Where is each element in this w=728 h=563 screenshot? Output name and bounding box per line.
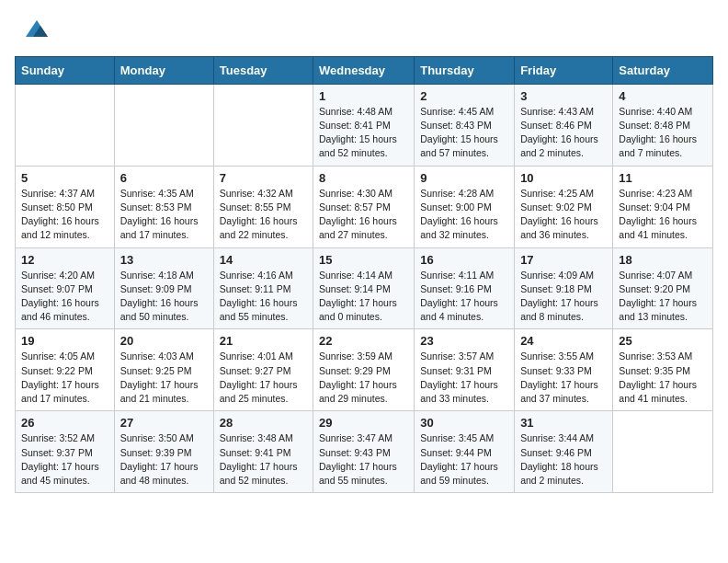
weekday-header-tuesday: Tuesday	[213, 56, 313, 84]
cell-info: Sunrise: 4:18 AM Sunset: 9:09 PM Dayligh…	[120, 269, 208, 325]
day-number: 13	[120, 253, 208, 267]
calendar-cell: 16Sunrise: 4:11 AM Sunset: 9:16 PM Dayli…	[415, 247, 515, 329]
calendar-cell: 15Sunrise: 4:14 AM Sunset: 9:14 PM Dayli…	[313, 247, 415, 329]
day-number: 14	[220, 253, 307, 267]
cell-info: Sunrise: 3:50 AM Sunset: 9:39 PM Dayligh…	[120, 431, 208, 488]
cell-info: Sunrise: 3:57 AM Sunset: 9:31 PM Dayligh…	[420, 350, 508, 406]
day-number: 5	[21, 171, 108, 185]
calendar-cell: 13Sunrise: 4:18 AM Sunset: 9:09 PM Dayli…	[114, 247, 213, 329]
cell-info: Sunrise: 4:11 AM Sunset: 9:16 PM Dayligh…	[420, 269, 508, 325]
cell-info: Sunrise: 3:53 AM Sunset: 9:35 PM Dayligh…	[619, 350, 707, 406]
day-number: 29	[319, 416, 408, 430]
calendar-container: SundayMondayTuesdayWednesdayThursdayFrid…	[0, 56, 728, 508]
weekday-header-sunday: Sunday	[16, 56, 115, 84]
day-number: 31	[520, 416, 607, 430]
cell-info: Sunrise: 4:07 AM Sunset: 9:20 PM Dayligh…	[619, 269, 707, 325]
day-number: 28	[220, 416, 307, 430]
calendar-cell: 4Sunrise: 4:40 AM Sunset: 8:48 PM Daylig…	[613, 84, 713, 166]
cell-info: Sunrise: 3:48 AM Sunset: 9:41 PM Dayligh…	[220, 431, 307, 488]
day-number: 6	[120, 171, 208, 185]
calendar-cell: 21Sunrise: 4:01 AM Sunset: 9:27 PM Dayli…	[213, 329, 313, 411]
calendar-body: 1Sunrise: 4:48 AM Sunset: 8:41 PM Daylig…	[16, 84, 713, 492]
week-row-1: 5Sunrise: 4:37 AM Sunset: 8:50 PM Daylig…	[16, 166, 713, 247]
day-number: 11	[619, 171, 707, 185]
day-number: 8	[319, 171, 408, 185]
day-number: 26	[21, 416, 108, 430]
day-number: 24	[520, 334, 607, 348]
day-number: 22	[319, 334, 408, 348]
calendar-cell: 17Sunrise: 4:09 AM Sunset: 9:18 PM Dayli…	[515, 247, 613, 329]
cell-info: Sunrise: 4:45 AM Sunset: 8:43 PM Dayligh…	[420, 105, 508, 161]
page-header	[0, 0, 728, 56]
day-number: 18	[619, 253, 707, 267]
day-number: 23	[420, 334, 508, 348]
calendar-cell	[114, 84, 213, 166]
calendar-cell	[613, 411, 713, 493]
cell-info: Sunrise: 4:14 AM Sunset: 9:14 PM Dayligh…	[319, 269, 408, 325]
cell-info: Sunrise: 4:37 AM Sunset: 8:50 PM Dayligh…	[21, 187, 108, 243]
calendar-cell: 12Sunrise: 4:20 AM Sunset: 9:07 PM Dayli…	[16, 247, 115, 329]
day-number: 27	[120, 416, 208, 430]
cell-info: Sunrise: 3:55 AM Sunset: 9:33 PM Dayligh…	[520, 350, 607, 406]
calendar-cell	[16, 84, 115, 166]
day-number: 4	[619, 89, 707, 103]
week-row-0: 1Sunrise: 4:48 AM Sunset: 8:41 PM Daylig…	[16, 84, 713, 166]
cell-info: Sunrise: 4:05 AM Sunset: 9:22 PM Dayligh…	[21, 350, 108, 406]
cell-info: Sunrise: 4:25 AM Sunset: 9:02 PM Dayligh…	[520, 187, 607, 243]
day-number: 25	[619, 334, 707, 348]
calendar-cell: 3Sunrise: 4:43 AM Sunset: 8:46 PM Daylig…	[515, 84, 613, 166]
day-number: 3	[520, 89, 607, 103]
cell-info: Sunrise: 3:52 AM Sunset: 9:37 PM Dayligh…	[21, 431, 108, 488]
day-number: 17	[520, 253, 607, 267]
calendar-cell: 20Sunrise: 4:03 AM Sunset: 9:25 PM Dayli…	[114, 329, 213, 411]
calendar-cell: 6Sunrise: 4:35 AM Sunset: 8:53 PM Daylig…	[114, 166, 213, 247]
cell-info: Sunrise: 4:03 AM Sunset: 9:25 PM Dayligh…	[120, 350, 208, 406]
logo	[22, 17, 50, 47]
calendar-cell: 30Sunrise: 3:45 AM Sunset: 9:44 PM Dayli…	[415, 411, 515, 493]
calendar-cell: 18Sunrise: 4:07 AM Sunset: 9:20 PM Dayli…	[613, 247, 713, 329]
weekday-header-saturday: Saturday	[613, 56, 713, 84]
calendar-cell: 7Sunrise: 4:32 AM Sunset: 8:55 PM Daylig…	[213, 166, 313, 247]
calendar-cell: 27Sunrise: 3:50 AM Sunset: 9:39 PM Dayli…	[114, 411, 213, 493]
cell-info: Sunrise: 4:28 AM Sunset: 9:00 PM Dayligh…	[420, 187, 508, 243]
cell-info: Sunrise: 4:23 AM Sunset: 9:04 PM Dayligh…	[619, 187, 707, 243]
cell-info: Sunrise: 4:40 AM Sunset: 8:48 PM Dayligh…	[619, 105, 707, 161]
calendar-cell: 1Sunrise: 4:48 AM Sunset: 8:41 PM Daylig…	[313, 84, 415, 166]
day-number: 30	[420, 416, 508, 430]
calendar-cell: 29Sunrise: 3:47 AM Sunset: 9:43 PM Dayli…	[313, 411, 415, 493]
calendar-cell: 5Sunrise: 4:37 AM Sunset: 8:50 PM Daylig…	[16, 166, 115, 247]
calendar-cell: 23Sunrise: 3:57 AM Sunset: 9:31 PM Dayli…	[415, 329, 515, 411]
day-number: 15	[319, 253, 408, 267]
calendar-cell: 2Sunrise: 4:45 AM Sunset: 8:43 PM Daylig…	[415, 84, 515, 166]
calendar-cell: 31Sunrise: 3:44 AM Sunset: 9:46 PM Dayli…	[515, 411, 613, 493]
day-number: 20	[120, 334, 208, 348]
calendar-cell: 8Sunrise: 4:30 AM Sunset: 8:57 PM Daylig…	[313, 166, 415, 247]
cell-info: Sunrise: 4:16 AM Sunset: 9:11 PM Dayligh…	[220, 269, 307, 325]
calendar-cell: 24Sunrise: 3:55 AM Sunset: 9:33 PM Dayli…	[515, 329, 613, 411]
calendar-cell: 25Sunrise: 3:53 AM Sunset: 9:35 PM Dayli…	[613, 329, 713, 411]
cell-info: Sunrise: 4:30 AM Sunset: 8:57 PM Dayligh…	[319, 187, 408, 243]
cell-info: Sunrise: 4:48 AM Sunset: 8:41 PM Dayligh…	[319, 105, 408, 161]
day-number: 21	[220, 334, 307, 348]
calendar-cell: 11Sunrise: 4:23 AM Sunset: 9:04 PM Dayli…	[613, 166, 713, 247]
cell-info: Sunrise: 4:09 AM Sunset: 9:18 PM Dayligh…	[520, 269, 607, 325]
calendar-cell: 19Sunrise: 4:05 AM Sunset: 9:22 PM Dayli…	[16, 329, 115, 411]
week-row-2: 12Sunrise: 4:20 AM Sunset: 9:07 PM Dayli…	[16, 247, 713, 329]
cell-info: Sunrise: 4:20 AM Sunset: 9:07 PM Dayligh…	[21, 269, 108, 325]
calendar-table: SundayMondayTuesdayWednesdayThursdayFrid…	[15, 56, 713, 493]
cell-info: Sunrise: 3:45 AM Sunset: 9:44 PM Dayligh…	[420, 431, 508, 488]
cell-info: Sunrise: 4:32 AM Sunset: 8:55 PM Dayligh…	[220, 187, 307, 243]
day-number: 16	[420, 253, 508, 267]
weekday-header-monday: Monday	[114, 56, 213, 84]
calendar-cell: 28Sunrise: 3:48 AM Sunset: 9:41 PM Dayli…	[213, 411, 313, 493]
week-row-3: 19Sunrise: 4:05 AM Sunset: 9:22 PM Dayli…	[16, 329, 713, 411]
cell-info: Sunrise: 3:47 AM Sunset: 9:43 PM Dayligh…	[319, 431, 408, 488]
cell-info: Sunrise: 3:59 AM Sunset: 9:29 PM Dayligh…	[319, 350, 408, 406]
day-number: 1	[319, 89, 408, 103]
calendar-cell: 10Sunrise: 4:25 AM Sunset: 9:02 PM Dayli…	[515, 166, 613, 247]
calendar-cell: 22Sunrise: 3:59 AM Sunset: 9:29 PM Dayli…	[313, 329, 415, 411]
day-number: 10	[520, 171, 607, 185]
weekday-header-thursday: Thursday	[415, 56, 515, 84]
calendar-cell: 9Sunrise: 4:28 AM Sunset: 9:00 PM Daylig…	[415, 166, 515, 247]
weekday-header-wednesday: Wednesday	[313, 56, 415, 84]
